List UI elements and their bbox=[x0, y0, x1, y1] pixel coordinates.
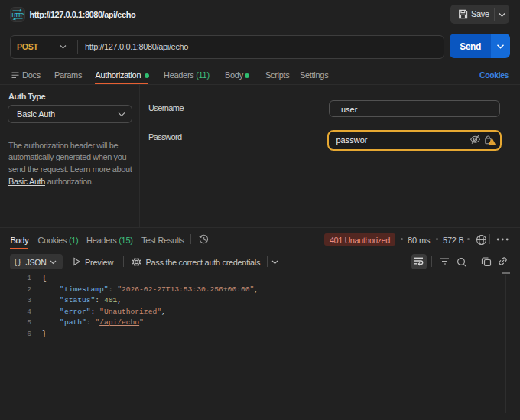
svg-text:HTTP: HTTP bbox=[12, 12, 24, 18]
